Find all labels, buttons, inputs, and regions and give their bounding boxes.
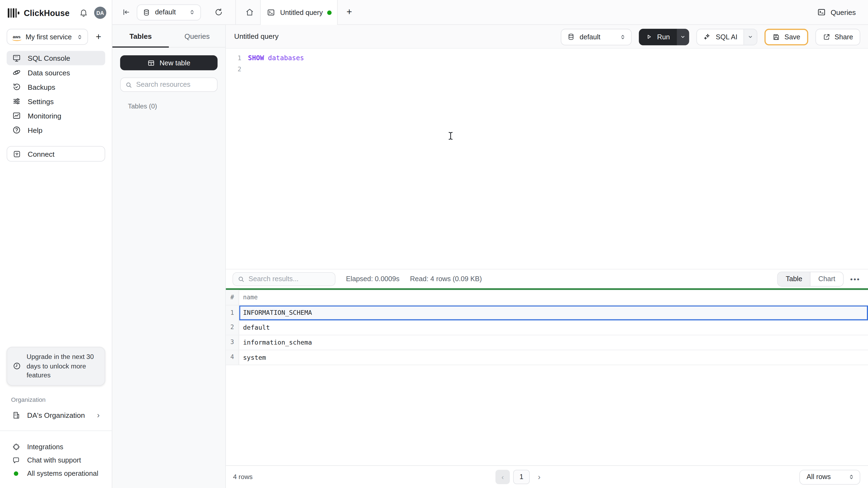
- table-row[interactable]: 1 INFORMATION_SCHEMA: [226, 305, 868, 320]
- save-icon: [772, 33, 780, 41]
- sidebar-item-sql-console[interactable]: SQL Console: [6, 51, 105, 65]
- resource-explorer: Tables Queries New table Tables (0): [112, 25, 226, 488]
- sidebar-footer: Integrations Chat with support All syste…: [6, 440, 105, 480]
- sidebar-item-backups[interactable]: Backups: [6, 80, 105, 94]
- query-database-selector[interactable]: default: [561, 29, 631, 45]
- sql-ai-button[interactable]: SQL AI: [697, 29, 744, 44]
- table-row[interactable]: 2 default: [226, 320, 868, 335]
- save-button[interactable]: Save: [765, 29, 808, 45]
- row-index: 3: [226, 335, 239, 350]
- column-header-index: #: [226, 290, 239, 304]
- chat-support-link[interactable]: Chat with support: [6, 454, 105, 467]
- service-row: aws My first service +: [6, 29, 107, 45]
- tables-count-label: Tables (0): [128, 102, 157, 110]
- chat-bubble-icon: [12, 457, 20, 464]
- toggle-table[interactable]: Table: [778, 272, 810, 286]
- organization-section-label: Organization: [11, 396, 45, 402]
- notifications-bell-icon[interactable]: [79, 8, 88, 18]
- more-options-icon[interactable]: •••: [850, 275, 860, 283]
- add-service-button[interactable]: +: [96, 31, 101, 42]
- building-icon: [12, 411, 21, 419]
- table-header-row: # name: [226, 290, 868, 305]
- share-button[interactable]: Share: [815, 29, 860, 45]
- table-row[interactable]: 4 system: [226, 350, 868, 365]
- clickhouse-console: ClickHouse DA aws My first service +: [0, 0, 868, 488]
- integrations-label: Integrations: [27, 443, 63, 451]
- tab-untitled-query[interactable]: Untitled query: [260, 0, 338, 25]
- row-index: 4: [226, 350, 239, 364]
- search-icon: [238, 275, 245, 283]
- upgrade-notice[interactable]: Upgrade in the next 30 days to unlock mo…: [6, 347, 105, 386]
- cell-name-value[interactable]: INFORMATION_SCHEMA: [239, 305, 868, 320]
- avatar[interactable]: DA: [94, 6, 106, 19]
- collapse-panel-icon[interactable]: [122, 0, 131, 24]
- topbar-separator: [235, 0, 236, 24]
- backups-icon: [12, 83, 21, 91]
- query-title[interactable]: Untitled query: [234, 32, 279, 40]
- new-table-button[interactable]: New table: [120, 55, 218, 70]
- sidebar-nav: SQL Console Data sources Backups Setting…: [6, 51, 105, 137]
- organization-row[interactable]: DA's Organization ›: [6, 408, 105, 422]
- table-grid-icon: [147, 59, 155, 67]
- row-index: 2: [226, 320, 239, 334]
- clock-icon: [13, 362, 21, 370]
- clickhouse-logo-icon: [8, 8, 20, 18]
- puzzle-icon: [12, 443, 20, 451]
- status-dot-icon: [14, 471, 18, 476]
- sql-ai-caret[interactable]: [744, 29, 757, 44]
- sidebar-item-settings[interactable]: Settings: [6, 94, 105, 108]
- monitoring-chart-icon: [12, 111, 21, 120]
- upgrade-text: Upgrade in the next 30 days to unlock mo…: [27, 352, 99, 380]
- system-status-link[interactable]: All systems operational: [6, 467, 105, 480]
- new-tab-button[interactable]: +: [347, 0, 352, 24]
- sidebar-item-help[interactable]: Help: [6, 123, 105, 137]
- next-page-button[interactable]: ›: [533, 470, 545, 484]
- cell-name-value[interactable]: default: [239, 320, 868, 334]
- pagination: ‹ 1 ›: [496, 470, 546, 484]
- table-row[interactable]: 3 information_schema: [226, 335, 868, 350]
- share-label: Share: [835, 33, 853, 41]
- integrations-link[interactable]: Integrations: [6, 440, 105, 454]
- editor-line: 1 SHOW databases: [226, 53, 868, 64]
- connect-button[interactable]: Connect: [6, 146, 105, 162]
- page-number-button[interactable]: 1: [513, 470, 530, 484]
- topbar-database-selector[interactable]: default: [137, 4, 201, 20]
- column-header-name: name: [239, 290, 868, 304]
- refresh-icon[interactable]: [214, 0, 223, 24]
- brand-name: ClickHouse: [24, 8, 70, 18]
- sidebar-item-label: Data sources: [28, 68, 70, 77]
- sidebar-divider: [0, 430, 112, 431]
- chevron-updown-icon: [620, 33, 626, 40]
- terminal-icon: [817, 8, 826, 17]
- text-cursor: [448, 132, 453, 140]
- run-button[interactable]: Run: [639, 29, 677, 45]
- query-database-value: default: [580, 33, 620, 41]
- run-options-caret[interactable]: [677, 29, 689, 45]
- toggle-chart[interactable]: Chart: [810, 272, 843, 286]
- page-size-selector[interactable]: All rows: [799, 469, 860, 485]
- tab-queries[interactable]: Queries: [169, 25, 225, 47]
- code-text: SHOW databases: [248, 54, 304, 62]
- cell-name-value[interactable]: information_schema: [239, 335, 868, 350]
- tab-tables[interactable]: Tables: [112, 25, 169, 47]
- search-resources-input[interactable]: [136, 81, 213, 89]
- queries-button[interactable]: Queries: [817, 0, 856, 24]
- brand-row: ClickHouse DA: [8, 5, 106, 20]
- sidebar-item-monitoring[interactable]: Monitoring: [6, 108, 105, 123]
- help-icon: [12, 126, 21, 134]
- view-toggle: Table Chart: [777, 271, 844, 286]
- topbar: default Untitled query + Queries: [112, 0, 868, 25]
- cell-name-value[interactable]: system: [239, 350, 868, 364]
- search-resources-box: [120, 77, 218, 92]
- sidebar-item-data-sources[interactable]: Data sources: [6, 65, 105, 80]
- prev-page-button[interactable]: ‹: [496, 470, 510, 484]
- results-footer: 4 rows ‹ 1 › All rows: [226, 465, 868, 488]
- service-selector[interactable]: aws My first service: [6, 29, 88, 45]
- results-table: # name 1 INFORMATION_SCHEMA 2 default 3 …: [226, 290, 868, 365]
- settings-sliders-icon: [12, 97, 21, 106]
- sidebar-item-label: Monitoring: [28, 111, 61, 120]
- home-icon[interactable]: [245, 0, 254, 24]
- line-number: 2: [226, 65, 241, 73]
- search-results-input[interactable]: [248, 275, 330, 283]
- sql-editor[interactable]: 1 SHOW databases 2: [226, 49, 868, 269]
